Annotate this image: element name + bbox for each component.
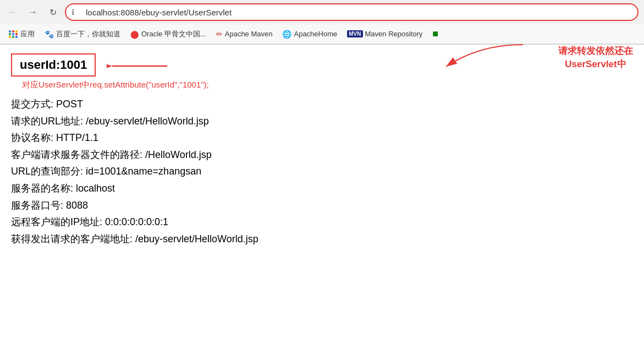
info-lines-container: 提交方式: POST 请求的URL地址: /ebuy-servlet/Hello… [11, 96, 633, 247]
back-button[interactable]: ← [5, 4, 21, 20]
bookmark-baidu[interactable]: 🐾 百度一下，你就知道 [40, 28, 125, 41]
baidu-icon: 🐾 [45, 30, 54, 39]
bookmark-mvn-repo[interactable]: MVN Maven Repository [343, 28, 427, 40]
address-info-icon: ℹ [71, 8, 74, 17]
bookmark-apache-label: ApacheHome [294, 30, 337, 38]
info-line-4: URL的查询部分: id=1001&name=zhangsan [11, 163, 633, 180]
bookmark-oracle[interactable]: ⬤ Oracle 甲骨文中国... [126, 28, 211, 41]
annotation-top-right-line2: UserServlet中 [565, 59, 626, 69]
user-id-label: userId:1001 [20, 58, 87, 72]
maven-pencil-icon: ✏ [216, 30, 223, 39]
arrow-svg-top [424, 39, 545, 89]
info-line-7: 远程客户端的IP地址: 0:0:0:0:0:0:0:1 [11, 214, 633, 231]
annotation-bubble-top-right: 请求转发依然还在 UserServlet中 [558, 45, 633, 71]
browser-toolbar: ← → ↻ ℹ [0, 0, 644, 24]
bookmark-mvn-repo-label: Maven Repository [365, 30, 423, 38]
bookmark-apache[interactable]: 🌐 ApacheHome [278, 28, 342, 40]
forward-button[interactable]: → [25, 4, 41, 20]
annotation-top-right-line1: 请求转发依然还在 [558, 46, 633, 56]
info-line-5: 服务器的名称: localhost [11, 180, 633, 197]
bookmark-apps-label: 应用 [20, 29, 35, 39]
bookmarks-bar: 应用 🐾 百度一下，你就知道 ⬤ Oracle 甲骨文中国... ✏ Apach… [0, 24, 644, 44]
info-line-6: 服务器口号: 8088 [11, 197, 633, 214]
info-line-8: 获得发出请求的客户端地址: /ebuy-servlet/HelloWorld.j… [11, 231, 633, 248]
arrow-svg-left [107, 55, 173, 77]
info-line-3: 客户端请求服务器文件的路径: /HelloWorld.jsp [11, 146, 633, 164]
user-id-box: userId:1001 [11, 53, 96, 77]
bookmark-maven-label: Apache Maven [225, 30, 273, 38]
page-content: 请求转发依然还在 UserServlet中 userId:1001 对应User… [0, 45, 644, 256]
bookmark-oracle-label: Oracle 甲骨文中国... [141, 29, 206, 39]
bookmark-apps[interactable]: 应用 [4, 28, 39, 41]
oracle-icon: ⬤ [130, 30, 139, 39]
reload-button[interactable]: ↻ [45, 4, 60, 20]
bookmark-baidu-label: 百度一下，你就知道 [56, 29, 120, 39]
info-line-0: 提交方式: POST [11, 96, 633, 113]
mvn-icon: MVN [347, 30, 362, 37]
info-line-1: 请求的URL地址: /ebuy-servlet/HelloWorld.jsp [11, 113, 633, 130]
address-bar-wrapper: ℹ [65, 3, 639, 21]
apache-icon: 🌐 [282, 30, 291, 39]
apps-icon [9, 30, 18, 38]
bookmark-maven[interactable]: ✏ Apache Maven [212, 28, 277, 40]
browser-chrome: ← → ↻ ℹ 应用 🐾 百度一下，你就知道 ⬤ Oracle 甲 [0, 0, 644, 45]
extra-icon: ■ [432, 28, 438, 40]
address-bar-input[interactable] [65, 3, 639, 21]
info-line-2: 协议名称: HTTP/1.1 [11, 129, 633, 146]
